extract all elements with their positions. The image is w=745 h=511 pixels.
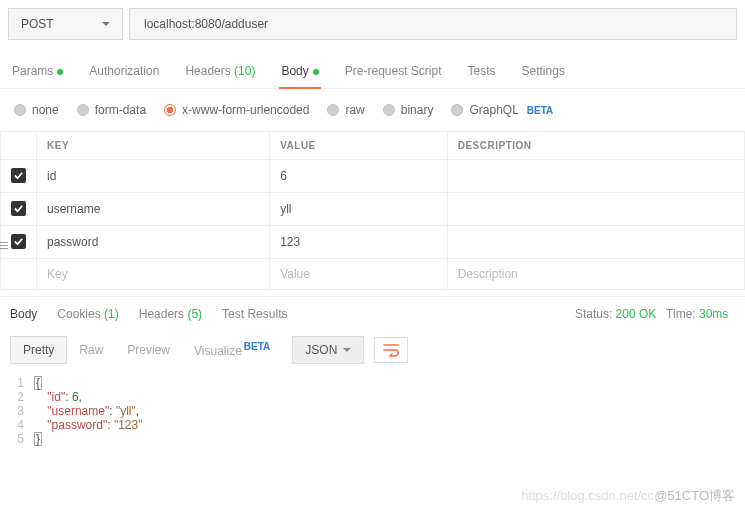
table-row[interactable]: id 6 xyxy=(1,160,745,193)
drag-handle-icon[interactable] xyxy=(0,240,8,251)
checkbox-icon[interactable] xyxy=(11,234,26,249)
cell-value[interactable]: 6 xyxy=(270,160,448,193)
radio-icon xyxy=(164,104,176,116)
http-method-select[interactable]: POST xyxy=(8,8,123,40)
cell-key-placeholder[interactable]: Key xyxy=(37,259,270,290)
format-select[interactable]: JSON xyxy=(292,336,364,364)
cell-desc[interactable] xyxy=(447,226,744,259)
radio-form-data[interactable]: form-data xyxy=(77,103,146,117)
wrap-lines-button[interactable] xyxy=(374,337,408,363)
watermark: https://blog.csdn.net/cc@51CTO博客 xyxy=(521,487,735,505)
dot-icon xyxy=(313,69,319,75)
response-view-modes: Pretty Raw Preview VisualizeBETA JSON xyxy=(0,327,745,372)
tab-params[interactable]: Params xyxy=(10,58,65,88)
cell-value[interactable]: 123 xyxy=(270,226,448,259)
form-data-table: KEY VALUE DESCRIPTION id 6 username yll … xyxy=(0,131,745,290)
view-pretty[interactable]: Pretty xyxy=(10,336,67,364)
tab-tests[interactable]: Tests xyxy=(466,58,498,88)
radio-icon xyxy=(451,104,463,116)
tab-body[interactable]: Body xyxy=(279,58,320,88)
radio-raw[interactable]: raw xyxy=(327,103,364,117)
dot-icon xyxy=(57,69,63,75)
url-value: localhost:8080/adduser xyxy=(144,17,268,31)
resp-tab-cookies[interactable]: Cookies (1) xyxy=(57,307,118,321)
chevron-down-icon xyxy=(343,348,351,352)
radio-icon xyxy=(327,104,339,116)
table-row[interactable]: username yll xyxy=(1,193,745,226)
resp-tab-body[interactable]: Body xyxy=(10,307,37,321)
radio-icon xyxy=(14,104,26,116)
cell-key[interactable]: username xyxy=(37,193,270,226)
column-key: KEY xyxy=(37,132,270,160)
chevron-down-icon xyxy=(102,22,110,26)
resp-tab-testresults[interactable]: Test Results xyxy=(222,307,287,321)
radio-binary[interactable]: binary xyxy=(383,103,434,117)
body-type-selector: none form-data x-www-form-urlencoded raw… xyxy=(0,89,745,131)
radio-icon xyxy=(383,104,395,116)
cell-desc[interactable] xyxy=(447,160,744,193)
cell-desc[interactable] xyxy=(447,193,744,226)
table-row-new[interactable]: Key Value Description xyxy=(1,259,745,290)
view-preview[interactable]: Preview xyxy=(115,337,182,363)
checkbox-icon[interactable] xyxy=(11,201,26,216)
cell-value-placeholder[interactable]: Value xyxy=(270,259,448,290)
cell-key[interactable]: password xyxy=(37,226,270,259)
column-value: VALUE xyxy=(270,132,448,160)
radio-icon xyxy=(77,104,89,116)
request-tabs: Params Authorization Headers (10) Body P… xyxy=(0,48,745,89)
cell-value[interactable]: yll xyxy=(270,193,448,226)
http-method-value: POST xyxy=(21,17,54,31)
tab-settings[interactable]: Settings xyxy=(520,58,567,88)
tab-headers[interactable]: Headers (10) xyxy=(183,58,257,88)
column-description: DESCRIPTION xyxy=(447,132,744,160)
table-row[interactable]: password 123 xyxy=(1,226,745,259)
response-body-viewer[interactable]: 1{ 2 "id": 6, 3 "username": "yll", 4 "pa… xyxy=(0,372,745,456)
resp-tab-headers[interactable]: Headers (5) xyxy=(139,307,202,321)
view-visualize[interactable]: VisualizeBETA xyxy=(182,335,282,364)
view-raw[interactable]: Raw xyxy=(67,337,115,363)
tab-authorization[interactable]: Authorization xyxy=(87,58,161,88)
radio-none[interactable]: none xyxy=(14,103,59,117)
cell-key[interactable]: id xyxy=(37,160,270,193)
radio-urlencoded[interactable]: x-www-form-urlencoded xyxy=(164,103,309,117)
wrap-icon xyxy=(383,343,399,357)
tab-prerequest[interactable]: Pre-request Script xyxy=(343,58,444,88)
checkbox-icon[interactable] xyxy=(11,168,26,183)
response-tabs: Body Cookies (1) Headers (5) Test Result… xyxy=(0,296,745,327)
radio-graphql[interactable]: GraphQLBETA xyxy=(451,103,553,117)
cell-desc-placeholder[interactable]: Description xyxy=(447,259,744,290)
url-input[interactable]: localhost:8080/adduser xyxy=(129,8,737,40)
response-status: Status: 200 OK Time: 30ms xyxy=(575,307,735,321)
